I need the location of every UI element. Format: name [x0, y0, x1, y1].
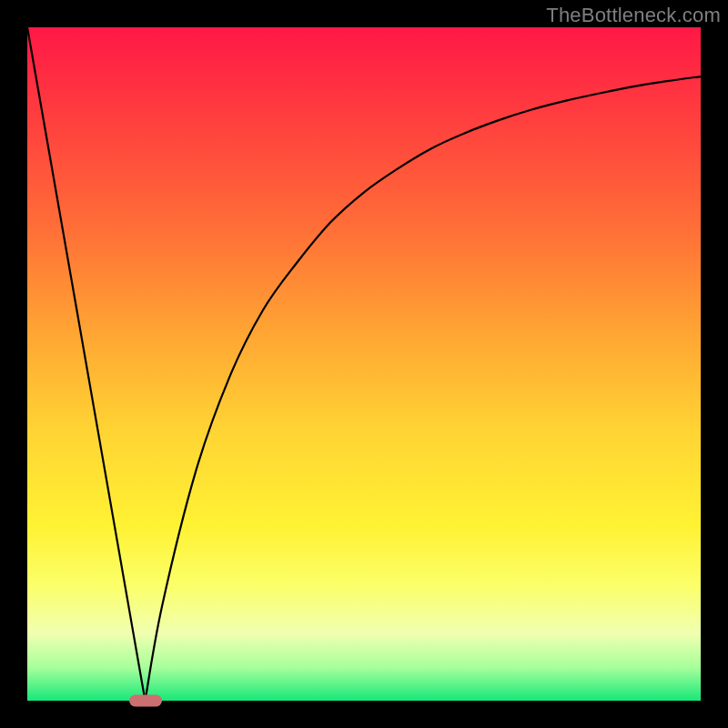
watermark-text: TheBottleneck.com	[546, 4, 721, 27]
chart-curves	[27, 27, 701, 701]
right-curve-path	[146, 76, 702, 701]
left-line-path	[27, 27, 146, 701]
bottleneck-marker	[129, 695, 162, 707]
chart-frame: TheBottleneck.com	[0, 0, 728, 728]
